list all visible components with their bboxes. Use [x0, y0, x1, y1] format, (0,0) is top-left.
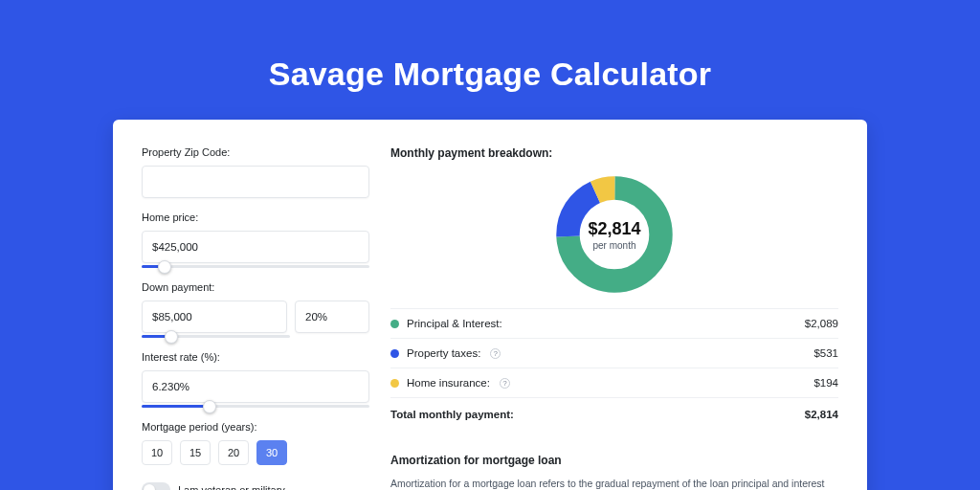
down-payment-field-block: Down payment: [142, 281, 369, 338]
legend-amount: $194 [813, 377, 838, 389]
breakdown-title: Monthly payment breakdown: [390, 146, 838, 160]
calculator-panel: Property Zip Code: Home price: Down paym… [113, 120, 867, 490]
period-option-20[interactable]: 20 [218, 440, 249, 465]
period-option-10[interactable]: 10 [142, 440, 172, 465]
page-title: Savage Mortgage Calculator [0, 0, 980, 120]
legend: Principal & Interest:$2,089Property taxe… [390, 307, 838, 429]
down-payment-slider[interactable] [142, 335, 290, 338]
down-payment-slider-thumb[interactable] [165, 330, 178, 344]
legend-label: Property taxes: [407, 347, 480, 359]
down-payment-label: Down payment: [142, 281, 369, 293]
period-label: Mortgage period (years): [142, 421, 369, 433]
info-icon[interactable]: ? [490, 348, 501, 359]
veteran-row: I am veteran or military [142, 482, 369, 490]
legend-dot-icon [390, 349, 399, 358]
home-price-field-block: Home price: [142, 212, 369, 268]
legend-label: Home insurance: [407, 377, 490, 389]
info-icon[interactable]: ? [500, 378, 510, 389]
donut-amount: $2,814 [588, 219, 640, 239]
donut-center: $2,814 per month [553, 173, 676, 296]
interest-field-block: Interest rate (%): [142, 351, 369, 408]
payment-donut-chart: $2,814 per month [553, 173, 676, 296]
legend-total-amount: $2,814 [805, 409, 838, 420]
interest-slider-thumb[interactable] [203, 400, 216, 413]
interest-slider[interactable] [142, 405, 369, 408]
interest-label: Interest rate (%): [142, 351, 369, 363]
period-options: 10152030 [142, 440, 369, 465]
down-payment-pct-input[interactable] [295, 301, 369, 333]
zip-label: Property Zip Code: [142, 146, 369, 158]
legend-dot-icon [390, 379, 399, 388]
legend-row: Property taxes:?$531 [390, 339, 838, 368]
amortization-title: Amortization for mortgage loan [390, 454, 838, 467]
legend-row: Home insurance:?$194 [390, 368, 838, 398]
down-payment-input[interactable] [142, 301, 287, 333]
donut-wrap: $2,814 per month [390, 167, 838, 307]
breakdown-column: Monthly payment breakdown: $2,814 per mo… [390, 146, 838, 490]
home-price-label: Home price: [142, 212, 369, 223]
amortization-section: Amortization for mortgage loan Amortizat… [390, 454, 838, 490]
donut-sub: per month [592, 240, 635, 251]
legend-dot-icon [390, 320, 399, 328]
period-option-15[interactable]: 15 [180, 440, 211, 465]
legend-total-label: Total monthly payment: [390, 409, 514, 420]
period-option-30[interactable]: 30 [256, 440, 287, 465]
legend-row: Principal & Interest:$2,089 [390, 308, 838, 339]
legend-amount: $2,089 [805, 318, 838, 329]
zip-input[interactable] [142, 166, 369, 198]
input-column: Property Zip Code: Home price: Down paym… [142, 146, 369, 490]
home-price-input[interactable] [142, 231, 369, 263]
legend-label: Principal & Interest: [407, 318, 502, 329]
legend-total-row: Total monthly payment:$2,814 [390, 398, 838, 429]
home-price-slider-thumb[interactable] [158, 260, 171, 274]
interest-input[interactable] [142, 370, 369, 403]
veteran-toggle[interactable] [142, 482, 170, 490]
amortization-body: Amortization for a mortgage loan refers … [390, 477, 838, 490]
veteran-label: I am veteran or military [178, 484, 285, 490]
period-field-block: Mortgage period (years): 10152030 [142, 421, 369, 465]
zip-field-block: Property Zip Code: [142, 146, 369, 198]
legend-amount: $531 [813, 347, 838, 359]
home-price-slider[interactable] [142, 265, 369, 268]
